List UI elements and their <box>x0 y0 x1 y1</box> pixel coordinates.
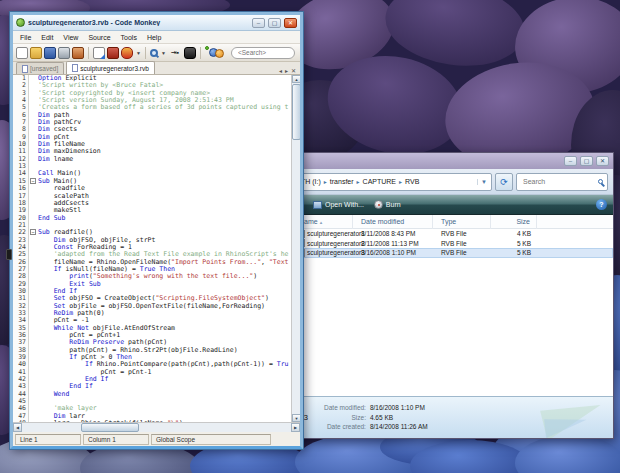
scroll-right-icon[interactable]: ▶ <box>291 423 300 432</box>
code-line[interactable]: 24 Const ForReading = 1 <box>13 244 291 251</box>
code-line[interactable]: 18 addCsects <box>13 200 291 207</box>
explorer-maximize-button[interactable]: ▢ <box>580 156 593 166</box>
code-line[interactable]: 36 pCnt = pCnt+1 <box>13 332 291 339</box>
code-line[interactable]: 12Dim lname <box>13 156 291 163</box>
save-icon[interactable] <box>44 47 56 59</box>
menu-edit[interactable]: Edit <box>36 34 58 41</box>
tab--unsaved-[interactable]: [unsaved] <box>16 62 64 74</box>
horizontal-scroll-thumb[interactable] <box>81 423 139 432</box>
burn-button[interactable]: Burn <box>374 200 401 209</box>
code-line[interactable]: 38 path(pCnt) = Rhino.Str2Pt(objFile.Rea… <box>13 347 291 354</box>
code-line[interactable]: 43 End If <box>13 383 291 390</box>
file-row-sculpturegenerator1[interactable]: sculpturegenerator18/11/2008 8:43 PMRVB … <box>291 229 613 239</box>
code-line[interactable]: 5'Creates a form based off a series of 3… <box>13 104 291 111</box>
breadcrumb-item-th-i-[interactable]: TH (I:) <box>301 178 321 185</box>
file-list-empty-area[interactable] <box>291 258 613 397</box>
code-line[interactable]: 19 makeStl <box>13 207 291 214</box>
code-line[interactable]: 16 readfile <box>13 185 291 192</box>
open-file-icon[interactable] <box>30 47 42 59</box>
explorer-titlebar[interactable]: – ▢ ✕ <box>291 153 613 169</box>
explorer-close-button[interactable]: ✕ <box>596 156 609 166</box>
tab-scroll-right-icon[interactable]: ▸ <box>285 67 288 74</box>
tab-scroll-left-icon[interactable]: ◂ <box>279 67 282 74</box>
editor-maximize-button[interactable]: ▢ <box>268 18 281 28</box>
scroll-left-icon[interactable]: ◀ <box>13 423 22 432</box>
code-line[interactable]: 41 pCnt = pCnt-1 <box>13 369 291 376</box>
menu-help[interactable]: Help <box>142 34 166 41</box>
breadcrumb-item-rvb[interactable]: RVB <box>405 178 419 185</box>
menu-source[interactable]: Source <box>83 34 115 41</box>
breadcrumb[interactable]: TH (I:)▸transfer▸CAPTURE▸RVB ▼ <box>296 173 492 191</box>
code-line[interactable]: 26 fileName = Rhino.OpenFileName("Import… <box>13 259 291 266</box>
menu-tools[interactable]: Tools <box>116 34 142 41</box>
code-line[interactable]: 40 If Rhino.PointCompare(path(pCnt),path… <box>13 361 291 368</box>
vertical-scroll-thumb[interactable] <box>292 84 300 140</box>
find-replace-icon[interactable]: ⇥▪ <box>168 47 182 59</box>
print-icon[interactable] <box>58 47 70 59</box>
run-dropdown-icon[interactable]: ▼ <box>136 50 141 56</box>
column-header-type[interactable]: Type <box>433 215 491 229</box>
help-button[interactable]: ? <box>596 199 607 210</box>
code-line[interactable]: 47 Dim larr <box>13 413 291 420</box>
fold-collapse-icon[interactable]: − <box>30 178 36 184</box>
editor-search-input[interactable] <box>231 47 295 59</box>
horizontal-scrollbar[interactable]: ◀ ▶ <box>13 422 300 432</box>
code-line[interactable]: 39 If pCnt > 0 Then <box>13 354 291 361</box>
code-line[interactable]: 34 pCnt = -1 <box>13 317 291 324</box>
code-line[interactable]: 29 Exit Sub <box>13 281 291 288</box>
save-all-icon[interactable] <box>72 47 84 59</box>
code-line[interactable]: 22−Sub readfile() <box>13 229 291 236</box>
code-line[interactable]: 17 scalePath <box>13 193 291 200</box>
breadcrumb-item-capture[interactable]: CAPTURE <box>363 178 396 185</box>
code-line[interactable]: 35 While Not objFile.AtEndOfStream <box>13 325 291 332</box>
code-line[interactable]: 23 Dim objFSO, objFile, strPt <box>13 237 291 244</box>
code-line[interactable]: 30 End If <box>13 288 291 295</box>
explorer-search-box[interactable] <box>516 173 608 191</box>
import-script-icon[interactable] <box>93 47 105 59</box>
code-line[interactable]: 15−Sub Main() <box>13 178 291 185</box>
editor-minimize-button[interactable]: – <box>252 18 265 28</box>
code-line[interactable]: 2'Script written by <Bruce Fatal> <box>13 82 291 89</box>
window-resize-grip[interactable] <box>6 249 12 260</box>
code-line[interactable]: 4'Script version Sunday, August 17, 2008… <box>13 97 291 104</box>
debug-icon[interactable] <box>184 47 196 59</box>
code-line[interactable]: 6Dim path <box>13 112 291 119</box>
monkey-logo-icon[interactable] <box>205 46 225 59</box>
code-line[interactable]: 28 print("Something's wrong with the tex… <box>13 273 291 280</box>
code-line[interactable]: 42 End If <box>13 376 291 383</box>
new-file-icon[interactable] <box>16 47 28 59</box>
tab-sculpturegenerator3-rvb[interactable]: sculpturegenerator3.rvb <box>66 61 155 74</box>
explorer-search-input[interactable] <box>521 177 598 186</box>
code-line[interactable]: 3'Script copyrighted by <insert company … <box>13 90 291 97</box>
file-row-sculpturegenerator2[interactable]: sculpturegenerator28/11/2008 11:13 PMRVB… <box>291 239 613 249</box>
code-line[interactable]: 7Dim pathCrv <box>13 119 291 126</box>
code-line[interactable]: 27 If isNull(fileName) = True Then <box>13 266 291 273</box>
breadcrumb-item-transfer[interactable]: transfer <box>330 178 354 185</box>
code-line[interactable]: 37 ReDim Preserve path(pCnt) <box>13 339 291 346</box>
code-line[interactable]: 9Dim pCnt <box>13 134 291 141</box>
scroll-up-icon[interactable]: ▲ <box>292 75 300 83</box>
find-dropdown-icon[interactable]: ▼ <box>161 50 166 56</box>
menu-view[interactable]: View <box>58 34 83 41</box>
file-row-sculpturegenerator3[interactable]: sculpturegenerator38/16/2008 1:10 PMRVB … <box>291 248 613 258</box>
code-editor-lines[interactable]: 1Option Explicit2'Script written by <Bru… <box>13 75 291 422</box>
open-with-button[interactable]: Open With... <box>313 201 364 209</box>
refresh-button[interactable]: ⟳ <box>495 173 513 191</box>
code-line[interactable]: 32 Set objFile = objFSO.OpenTextFile(fil… <box>13 303 291 310</box>
menu-file[interactable]: File <box>15 34 36 41</box>
editor-close-button[interactable]: ✕ <box>284 18 297 28</box>
editor-titlebar[interactable]: sculpturegenerator3.rvb - Code Monkey – … <box>13 15 300 31</box>
code-line[interactable]: 8Dim csects <box>13 126 291 133</box>
breadcrumb-dropdown-icon[interactable]: ▼ <box>477 179 487 185</box>
code-line[interactable]: 11Dim maxDimension <box>13 148 291 155</box>
code-line[interactable]: 13 <box>13 163 291 170</box>
column-header-date-modified[interactable]: Date modified <box>353 215 433 229</box>
code-line[interactable]: 44 Wend <box>13 391 291 398</box>
code-line[interactable]: 46 'make layer <box>13 405 291 412</box>
column-header-size[interactable]: Size <box>491 215 537 229</box>
vertical-scrollbar[interactable]: ▲ ▼ <box>291 75 300 422</box>
code-line[interactable]: 33 ReDim path(0) <box>13 310 291 317</box>
explorer-minimize-button[interactable]: – <box>564 156 577 166</box>
run-script-icon[interactable] <box>121 47 133 59</box>
find-icon[interactable] <box>150 49 158 57</box>
